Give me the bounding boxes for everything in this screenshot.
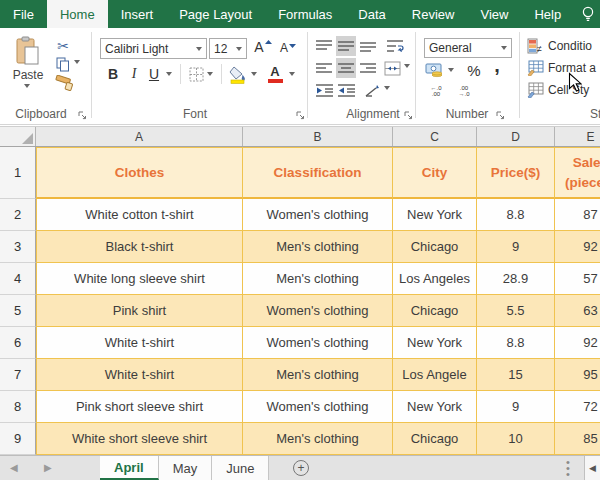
bold-button[interactable]: B: [104, 64, 122, 84]
tab-review[interactable]: Review: [399, 0, 468, 28]
underline-dropdown-arrow[interactable]: [166, 72, 172, 76]
cell-d1[interactable]: Price($): [477, 147, 555, 199]
number-format-dropdown-arrow[interactable]: [501, 46, 507, 50]
cell-a9[interactable]: White short sleeve shirt: [36, 423, 243, 455]
column-header-a[interactable]: A: [36, 127, 243, 146]
font-dialog-launcher[interactable]: [296, 111, 305, 120]
cell-e6[interactable]: 92: [555, 327, 600, 359]
cell-e4[interactable]: 57: [555, 263, 600, 295]
cell-b9[interactable]: Men's clothing: [243, 423, 393, 455]
row-header-2[interactable]: 2: [0, 199, 36, 231]
alignment-dialog-launcher[interactable]: [404, 111, 413, 120]
splitter-dots-icon[interactable]: •••: [566, 459, 570, 477]
cell-d2[interactable]: 8.8: [477, 199, 555, 231]
cell-b5[interactable]: Women's clothing: [243, 295, 393, 327]
cell-d4[interactable]: 28.9: [477, 263, 555, 295]
paste-label[interactable]: Paste: [8, 68, 48, 82]
tab-page-layout[interactable]: Page Layout: [166, 0, 265, 28]
cell-e9[interactable]: 85: [555, 423, 600, 455]
paste-button[interactable]: [10, 36, 46, 66]
cell-d7[interactable]: 15: [477, 359, 555, 391]
cell-b4[interactable]: Men's clothing: [243, 263, 393, 295]
tab-data[interactable]: Data: [345, 0, 398, 28]
cell-a8[interactable]: Pink short sleeve shirt: [36, 391, 243, 423]
font-color-button[interactable]: A: [265, 63, 285, 85]
orientation-button[interactable]: [362, 80, 382, 100]
copy-dropdown-arrow[interactable]: [74, 60, 80, 64]
merge-center-dropdown-arrow[interactable]: [404, 64, 410, 68]
tab-file[interactable]: File: [0, 0, 47, 28]
row-header-4[interactable]: 4: [0, 263, 36, 295]
tab-insert[interactable]: Insert: [108, 0, 167, 28]
merge-center-button[interactable]: [382, 58, 402, 78]
top-align-button[interactable]: [314, 36, 334, 56]
cell-c4[interactable]: Los Angeles: [393, 263, 477, 295]
cell-b6[interactable]: Women's clothing: [243, 327, 393, 359]
clipboard-dialog-launcher[interactable]: [78, 111, 87, 120]
cell-c2[interactable]: New York: [393, 199, 477, 231]
tell-me-lightbulb-icon[interactable]: [580, 5, 596, 27]
row-header-7[interactable]: 7: [0, 359, 36, 391]
format-as-table-button[interactable]: Format a: [527, 60, 596, 76]
cell-b1[interactable]: Classification: [243, 147, 393, 199]
sheet-tab-april[interactable]: April: [100, 456, 159, 480]
cell-d6[interactable]: 8.8: [477, 327, 555, 359]
font-size-dropdown-arrow[interactable]: [236, 47, 242, 51]
decrease-indent-button[interactable]: [314, 80, 334, 100]
font-color-dropdown-arrow[interactable]: [289, 72, 295, 76]
grow-font-button[interactable]: A: [252, 37, 274, 57]
cell-e5[interactable]: 63: [555, 295, 600, 327]
cell-a4[interactable]: White long sleeve shirt: [36, 263, 243, 295]
column-header-d[interactable]: D: [477, 127, 555, 146]
cell-c9[interactable]: Chicago: [393, 423, 477, 455]
cell-d5[interactable]: 5.5: [477, 295, 555, 327]
borders-dropdown-arrow[interactable]: [207, 72, 213, 76]
sheet-nav-next-icon[interactable]: ▶: [44, 462, 52, 473]
underline-button[interactable]: U: [146, 64, 162, 84]
fill-color-dropdown-arrow[interactable]: [251, 72, 257, 76]
column-header-b[interactable]: B: [243, 127, 393, 146]
bottom-align-button[interactable]: [358, 36, 378, 56]
new-sheet-button[interactable]: +: [293, 460, 309, 476]
accounting-dropdown-arrow[interactable]: [448, 68, 454, 72]
row-header-9[interactable]: 9: [0, 423, 36, 455]
tab-formulas[interactable]: Formulas: [265, 0, 345, 28]
tab-home[interactable]: Home: [47, 0, 108, 28]
font-size-combobox[interactable]: 12: [209, 38, 247, 59]
cell-e3[interactable]: 92: [555, 231, 600, 263]
cut-button[interactable]: ✂: [54, 38, 72, 54]
fill-color-button[interactable]: [228, 64, 248, 84]
copy-button[interactable]: [54, 56, 72, 72]
number-dialog-launcher[interactable]: [496, 111, 505, 120]
cell-c7[interactable]: Los Angele: [393, 359, 477, 391]
font-name-combobox[interactable]: Calibri Light: [100, 38, 207, 59]
cell-a2[interactable]: White cotton t-shirt: [36, 199, 243, 231]
comma-style-button[interactable]: ,: [490, 56, 504, 74]
cell-c8[interactable]: New York: [393, 391, 477, 423]
cell-d3[interactable]: 9: [477, 231, 555, 263]
row-header-8[interactable]: 8: [0, 391, 36, 423]
tab-view[interactable]: View: [467, 0, 521, 28]
column-header-e[interactable]: E: [555, 127, 600, 146]
center-button[interactable]: [336, 58, 356, 78]
increase-decimal-button[interactable]: ←.0.00: [424, 82, 448, 100]
cell-e8[interactable]: 72: [555, 391, 600, 423]
align-right-button[interactable]: [358, 58, 378, 78]
cell-a7[interactable]: White t-shirt: [36, 359, 243, 391]
cell-c3[interactable]: Chicago: [393, 231, 477, 263]
percent-style-button[interactable]: %: [464, 61, 484, 79]
sheet-tab-june[interactable]: June: [212, 456, 269, 480]
cell-a5[interactable]: Pink shirt: [36, 295, 243, 327]
paste-dropdown-arrow[interactable]: [24, 84, 30, 88]
cell-b8[interactable]: Women's clothing: [243, 391, 393, 423]
cell-e7[interactable]: 95: [555, 359, 600, 391]
cell-a6[interactable]: White t-shirt: [36, 327, 243, 359]
hscroll-left-button[interactable]: ◀: [584, 456, 600, 480]
wrap-text-button[interactable]: [384, 36, 406, 56]
conditional-formatting-button[interactable]: ≠ Conditio: [527, 38, 592, 54]
accounting-format-button[interactable]: [424, 61, 446, 79]
cell-e2[interactable]: 87: [555, 199, 600, 231]
middle-align-button[interactable]: [336, 36, 356, 56]
sheet-nav-prev-icon[interactable]: ◀: [10, 462, 18, 473]
cell-b2[interactable]: Women's clothing: [243, 199, 393, 231]
